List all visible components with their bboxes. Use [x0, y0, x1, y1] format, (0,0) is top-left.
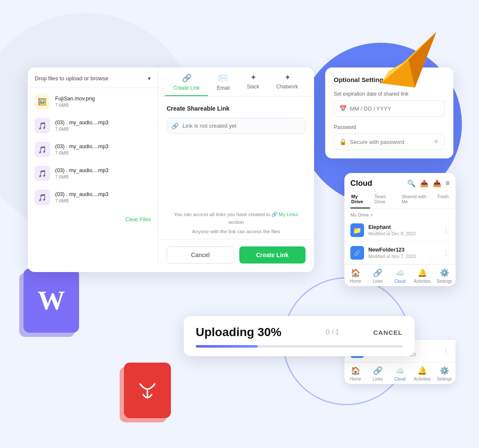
password-input-field[interactable]	[350, 139, 430, 145]
cloud-nav-links[interactable]: 🔗 Links	[367, 268, 389, 284]
links-icon: 🔗	[373, 268, 382, 278]
clear-files-button[interactable]: Clear Files	[125, 217, 151, 223]
tab-email-label: Email	[217, 85, 229, 91]
section-title: Create Shareable Link	[167, 105, 306, 112]
cloud-nav-home-2[interactable]: 🏠 Home	[344, 366, 367, 381]
upload-icon[interactable]: 📤	[420, 179, 429, 187]
file-size: 7.6MB	[55, 150, 151, 155]
search-icon[interactable]: 🔍	[407, 179, 416, 187]
cloud-nav-activities-2[interactable]: 🔔 Activities	[411, 366, 433, 381]
upload-cancel-button[interactable]: CANCEL	[373, 329, 403, 336]
more-options-icon[interactable]: ⋮	[443, 226, 450, 234]
cloud-tab-shared[interactable]: Shared with Me	[401, 191, 433, 208]
list-item[interactable]: 🎵 (03) . my_audio....mp3 7.6MB	[28, 185, 158, 209]
tab-email[interactable]: ✉️ Email	[208, 67, 238, 96]
drop-header-text: Drop files to upload or browse	[35, 75, 109, 82]
nav-links-label: Links	[373, 377, 382, 381]
cloud-item-meta: NewFolder123 Modified at Nov 7, 2023	[368, 247, 438, 259]
link-field-icon: 🔗	[171, 123, 179, 129]
cloud-nav-settings[interactable]: ⚙️ Settings	[433, 268, 455, 284]
cloud-nav-home[interactable]: 🏠 Home	[344, 268, 367, 284]
link-icon: 🔗	[182, 73, 191, 83]
cloud-tab-trash[interactable]: Trash	[436, 191, 450, 208]
file-name: (03) . my_audio....mp3	[55, 143, 151, 149]
file-name: FujiSan.mov.png	[55, 96, 151, 102]
tab-create-link[interactable]: 🔗 Create Link	[165, 67, 208, 96]
main-upload-panel: Drop files to upload or browse ▾ 🖼️ Fuji…	[28, 67, 314, 272]
cloud-nav-activities[interactable]: 🔔 Activities	[411, 268, 433, 284]
cloud-nav-cloud[interactable]: ☁️ Cloud	[389, 268, 411, 284]
cloud-tab-my-drive[interactable]: My Drive	[350, 191, 370, 208]
date-input-wrapper[interactable]: 📅	[334, 100, 445, 117]
file-size: 7.6MB	[55, 126, 151, 132]
cloud-folder-elephant[interactable]: 📁 Elephant Modified at Dec 8, 2023 ⋮	[344, 219, 455, 242]
more-options-icon[interactable]: ⋮	[443, 347, 450, 355]
nav-home-label: Home	[350, 279, 361, 284]
chevron-down-icon: ▾	[148, 75, 151, 82]
file-meta: (03) . my_audio....mp3 7.6MB	[55, 167, 151, 179]
cloud-folder-newfolder[interactable]: 🔗 NewFolder123 Modified at Nov 7, 2023 ⋮	[344, 242, 455, 264]
cloud-item-meta: Elephant Modified at Dec 8, 2023	[368, 224, 438, 236]
clear-files-row: Clear Files	[28, 211, 158, 230]
word-file-icon: W	[24, 269, 79, 333]
tab-slack[interactable]: ✦ Slack	[238, 67, 267, 96]
cloud-item-date: Modified at Dec 8, 2023	[368, 231, 438, 236]
action-buttons: Cancel Create Link	[158, 239, 314, 272]
file-image-icon: 🖼️	[35, 94, 50, 109]
cloud-tabs: My Drive Team Drive Shared with Me Trash	[344, 191, 455, 209]
cloud-item-date: Modified at Nov 7, 2023	[368, 254, 438, 259]
nav-activities-label: Activities	[414, 279, 430, 284]
list-item[interactable]: 🎵 (03) . my_audio....mp3 7.6MB	[28, 138, 158, 161]
cloud-tab-team-drive[interactable]: Team Drive	[373, 191, 397, 208]
create-link-section: Create Shareable Link 🔗 You can access a…	[158, 97, 314, 234]
shared-folder-icon: 🔗	[350, 246, 364, 260]
password-label: Password	[334, 124, 445, 130]
more-options-icon[interactable]: ⋮	[443, 249, 450, 257]
date-input-field[interactable]	[350, 105, 439, 112]
cloud-item-name: Elephant	[368, 224, 438, 230]
list-item[interactable]: 🎵 (03) . my_audio....mp3 7.6MB	[28, 161, 158, 185]
nav-activities-label: Activities	[414, 377, 430, 381]
nav-settings-label: Settings	[437, 279, 452, 284]
cloud-title: Cloud	[350, 179, 372, 188]
file-audio-icon: 🎵	[35, 118, 50, 133]
download-icon[interactable]: 📥	[433, 179, 441, 187]
nav-cloud-label: Cloud	[394, 279, 406, 284]
upload-percent-label: Uploading 30%	[196, 325, 282, 339]
cancel-button[interactable]: Cancel	[167, 246, 234, 264]
cloud-nav-settings-2[interactable]: ⚙️ Settings	[433, 366, 455, 381]
progress-bar-background	[196, 345, 403, 348]
file-meta: (03) . my_audio....mp3 7.6MB	[55, 120, 151, 132]
settings-icon: ⚙️	[440, 268, 449, 278]
file-meta: FujiSan.mov.png 7.6MB	[55, 96, 151, 108]
folder-icon: 📁	[350, 223, 364, 237]
create-link-button[interactable]: Create Link	[239, 246, 306, 264]
list-item[interactable]: 🎵 (03) . my_audio....mp3 7.6MB	[28, 114, 158, 138]
link-input-field[interactable]	[167, 118, 306, 134]
list-item[interactable]: 🖼️ FujiSan.mov.png 7.6MB	[28, 90, 158, 114]
my-links-link[interactable]: 🔗 My Links	[271, 212, 298, 217]
cloud-header: Cloud 🔍 📤 📥 ≡	[344, 173, 455, 191]
cloud-bottom-nav-extra: 🏠 Home 🔗 Links ☁️ Cloud 🔔 Activities ⚙️ …	[344, 362, 455, 384]
eye-icon[interactable]: 👁	[433, 138, 439, 145]
tab-create-link-label: Create Link	[173, 85, 200, 91]
cloud-nav-cloud-2[interactable]: ☁️ Cloud	[389, 366, 411, 381]
cloud-header-icons: 🔍 📤 📥 ≡	[407, 179, 450, 187]
file-name: (03) . my_audio....mp3	[55, 191, 151, 197]
file-audio-icon: 🎵	[35, 142, 50, 157]
cloud-icon: ☁️	[395, 366, 405, 375]
chatwork-icon: ✦	[285, 73, 290, 82]
calendar-icon: 📅	[339, 105, 347, 112]
tab-chatwork[interactable]: ✦ Chatwork	[268, 67, 307, 96]
sort-icon[interactable]: ≡	[446, 179, 450, 187]
settings-icon: ⚙️	[440, 366, 449, 375]
upload-info-row: Uploading 30% 0 / 1 CANCEL	[196, 325, 403, 339]
password-input-wrapper[interactable]: 🔒 👁	[334, 134, 445, 150]
drop-files-header[interactable]: Drop files to upload or browse ▾	[28, 67, 158, 88]
home-icon: 🏠	[351, 268, 360, 278]
file-meta: (03) . my_audio....mp3 7.6MB	[55, 191, 151, 203]
pdf-icon-symbol	[124, 363, 171, 418]
cloud-nav-links-2[interactable]: 🔗 Links	[367, 366, 389, 381]
access-note: Anyone with the link can access the file…	[167, 229, 306, 234]
tab-slack-label: Slack	[247, 84, 259, 90]
